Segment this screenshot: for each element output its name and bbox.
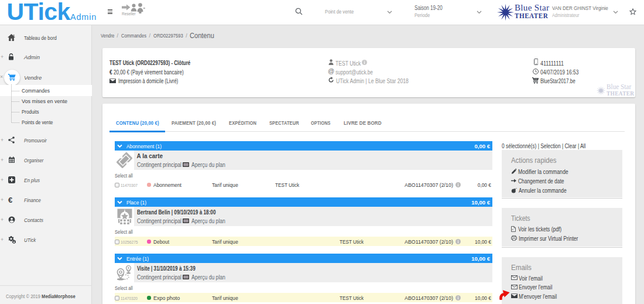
svg-text:α: α — [512, 228, 513, 231]
